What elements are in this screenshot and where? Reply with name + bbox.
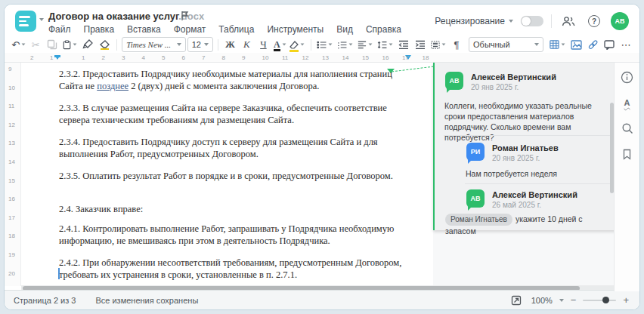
copy-button[interactable] [45,37,60,52]
ruler-number: 12 [8,122,15,128]
zoom-slider-thumb[interactable] [602,297,609,303]
ruler-number: 11 [282,54,288,61]
clear-style-button[interactable] [97,37,112,52]
comment-text: Роман Игнатьевукажите 10 дней с запасом [445,214,613,236]
help-glyph: ? [588,15,600,27]
paragraph-2-3-5[interactable]: 2.3.5. Оплатить результат Работ в порядк… [59,170,409,182]
ruler-number: 2 [102,54,105,61]
ruler-number: 10 [8,85,15,91]
paste-chevron-down-icon [73,43,77,45]
font-color-icon: А [274,41,280,48]
zoom-slider[interactable] [583,300,616,301]
font-size-select[interactable]: 12 [187,37,213,52]
show-paragraph-marks-button[interactable]: ¶ [449,37,464,52]
ruler-number: 18 [423,54,429,61]
menu-view[interactable]: Вид [336,24,353,35]
menu-file[interactable]: Файл [48,24,71,35]
ruler-number: 10 [262,54,269,61]
comment-avatar: АВ [445,72,463,90]
paragraph-2-4[interactable]: 2.4. Заказчик вправе: [59,203,409,215]
ruler-number: 1 [50,54,53,61]
menu-format[interactable]: Формат [174,24,206,35]
menu-tools[interactable]: Инструменты [267,24,324,35]
review-toggle[interactable] [521,16,543,26]
review-chevron-down-icon [509,20,513,23]
bullet-list-button[interactable] [315,37,334,52]
highlighter-icon [289,41,299,49]
favorite-flag-icon[interactable] [180,11,190,21]
menu-help[interactable]: Справка [366,24,401,35]
font-color-button[interactable]: А [272,37,287,52]
numbered-list-button[interactable] [336,37,355,52]
comment-avatar: РИ [466,143,485,161]
align-button[interactable] [356,37,374,52]
paste-button[interactable] [61,37,79,52]
menu-insert[interactable]: Вставка [127,24,161,35]
undo-button[interactable]: ↶ [11,37,26,52]
fit-width-icon[interactable] [508,292,525,309]
bookmark-icon[interactable] [619,146,636,162]
paragraph-2-3-4[interactable]: 2.3.4. Предоставить Подрядчику доступ к … [59,136,409,160]
logo-chevron-down-icon[interactable] [39,18,44,21]
user-avatar[interactable]: АВ [611,12,629,30]
search-icon[interactable] [619,120,636,137]
help-icon[interactable]: ? [585,12,603,30]
paragraph-2-4-1[interactable]: 2.4.1. Контролировать выполнение Работ, … [59,223,409,247]
menu-table[interactable]: Таблица [218,24,254,35]
paragraph-2-4-2[interactable]: 2.4.2. При обнаружении несоответствий тр… [59,257,409,281]
paragraph-2-3-2[interactable]: 2.3.2. Предоставить Подрядчику необходим… [59,68,409,92]
ruler-number: 15 [8,177,15,184]
review-mode-dropdown[interactable]: Рецензирование [435,16,513,26]
zoom-in-button[interactable]: + [623,294,629,306]
paragraph-style-select[interactable]: Обычный [469,37,543,52]
italic-button[interactable]: К [239,37,254,52]
ruler-number: 17 [402,54,409,61]
zoom-out-button[interactable]: − [571,294,577,306]
paragraph-borders-button[interactable] [429,37,447,52]
zoom-level[interactable]: 100% [531,296,553,305]
spellcheck-icon[interactable]: А [619,94,636,111]
insert-image-button[interactable] [568,37,584,52]
document-info-icon[interactable] [619,69,636,85]
comment-author: Алексей Вертинский [471,72,556,82]
insert-link-button[interactable] [585,37,600,52]
status-bar: Страница 2 из 3 Все изменения сохранены … [5,290,639,309]
highlight-color-button[interactable] [289,37,305,52]
underline-button[interactable]: Ч [255,37,271,52]
menu-edit[interactable]: Правка [84,24,115,35]
spellcheck-glyph: А [624,98,630,107]
line-spacing-button[interactable] [376,37,395,52]
mention-badge[interactable]: Роман Игнатьев [445,214,512,226]
insert-table-button[interactable] [548,37,567,52]
ruler-number: 7 [202,54,205,61]
insert-comment-button[interactable] [602,37,617,52]
ruler-number: 11 [8,103,14,109]
ruler-number: 20 [8,270,15,277]
tracked-change-text[interactable]: позднее [97,81,128,91]
decrease-indent-button[interactable] [396,37,411,52]
cut-button[interactable]: ✂ [28,37,43,52]
ruler-number: 12 [302,54,309,61]
vertical-ruler[interactable]: 91011121314151617181920 [5,63,21,286]
page-indicator[interactable]: Страница 2 из 3 [14,296,76,305]
bold-button[interactable]: Ж [222,37,237,52]
zoom-chevron-down-icon[interactable] [559,299,564,302]
format-painter-button[interactable] [80,37,95,52]
app-logo-icon[interactable] [15,11,36,32]
comments-panel: АВ Алексей Вертинский 20 янв 2025 г. Кол… [433,63,618,291]
ruler-number: 8 [222,54,225,61]
horizontal-ruler[interactable]: 21123456789101112131415161718 [5,53,639,63]
increase-indent-button[interactable] [413,37,428,52]
save-status: Все изменения сохранены [95,296,198,305]
indent-marker-left[interactable] [54,55,60,60]
document-canvas[interactable]: 2.3.2. Предоставить Подрядчику необходим… [5,63,639,291]
more-tools-button[interactable]: ⋯ [618,37,633,52]
document-text[interactable]: 2.3.2. Предоставить Подрядчику необходим… [59,68,409,291]
paragraph-2-3-3[interactable]: 2.3.3. В случае размещения Сайта на серв… [59,102,409,126]
collaborators-icon[interactable] [559,12,577,30]
app-window: Договор на оказание услуг.docx Файл Прав… [4,4,640,310]
comment-thread[interactable]: АВ Алексей Вертинский 20 янв 2025 г. Кол… [433,63,618,230]
font-family-value: Times New ... [126,40,171,49]
font-family-select[interactable]: Times New ... [122,37,186,52]
comment-text: Нам потребуется неделя [466,168,613,179]
